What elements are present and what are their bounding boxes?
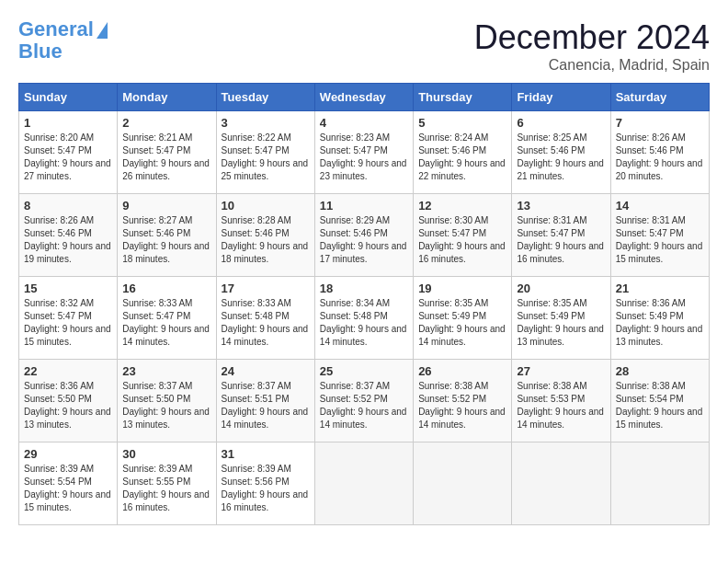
day-number: 15 (24, 282, 112, 295)
day-number: 27 (517, 364, 605, 378)
cell-info: Sunrise: 8:22 AMSunset: 5:47 PMDaylight:… (222, 132, 310, 183)
cell-info: Sunrise: 8:34 AMSunset: 5:48 PMDaylight:… (320, 297, 408, 349)
day-number: 14 (616, 199, 704, 213)
calendar-cell: 3Sunrise: 8:22 AMSunset: 5:47 PMDaylight… (216, 111, 314, 194)
weekday-header-thursday: Thursday (414, 84, 512, 111)
calendar-week-row: 1Sunrise: 8:20 AMSunset: 5:47 PMDaylight… (19, 111, 710, 194)
cell-info: Sunrise: 8:31 AMSunset: 5:47 PMDaylight:… (517, 214, 605, 266)
cell-info: Sunrise: 8:23 AMSunset: 5:47 PMDaylight:… (320, 132, 408, 183)
day-number: 22 (24, 364, 112, 378)
cell-info: Sunrise: 8:26 AMSunset: 5:46 PMDaylight:… (616, 132, 704, 183)
calendar-cell: 2Sunrise: 8:21 AMSunset: 5:47 PMDaylight… (118, 111, 216, 194)
day-number: 19 (418, 282, 506, 295)
cell-info: Sunrise: 8:39 AMSunset: 5:56 PMDaylight:… (222, 463, 310, 514)
calendar-week-row: 29Sunrise: 8:39 AMSunset: 5:54 PMDayligh… (19, 442, 710, 525)
cell-info: Sunrise: 8:39 AMSunset: 5:55 PMDaylight:… (122, 463, 210, 514)
calendar-cell: 26Sunrise: 8:38 AMSunset: 5:52 PMDayligh… (414, 360, 512, 442)
calendar-cell: 13Sunrise: 8:31 AMSunset: 5:47 PMDayligh… (512, 194, 610, 277)
calendar-cell: 4Sunrise: 8:23 AMSunset: 5:47 PMDaylight… (314, 111, 413, 194)
day-number: 21 (616, 282, 704, 295)
calendar-cell: 14Sunrise: 8:31 AMSunset: 5:47 PMDayligh… (610, 194, 709, 277)
calendar-header-row: SundayMondayTuesdayWednesdayThursdayFrid… (19, 84, 710, 111)
calendar-cell: 1Sunrise: 8:20 AMSunset: 5:47 PMDaylight… (19, 111, 118, 194)
day-number: 30 (122, 447, 210, 461)
calendar-cell: 22Sunrise: 8:36 AMSunset: 5:50 PMDayligh… (19, 360, 118, 442)
day-number: 17 (222, 282, 310, 295)
cell-info: Sunrise: 8:28 AMSunset: 5:46 PMDaylight:… (222, 214, 310, 266)
page-header: General Blue December 2024 Canencia, Mad… (18, 18, 710, 74)
cell-info: Sunrise: 8:36 AMSunset: 5:50 PMDaylight:… (24, 380, 112, 431)
calendar-cell: 9Sunrise: 8:27 AMSunset: 5:46 PMDaylight… (118, 194, 216, 277)
day-number: 1 (24, 116, 112, 130)
cell-info: Sunrise: 8:26 AMSunset: 5:46 PMDaylight:… (24, 214, 112, 266)
cell-info: Sunrise: 8:38 AMSunset: 5:53 PMDaylight:… (517, 380, 605, 431)
weekday-header-friday: Friday (512, 84, 610, 111)
day-number: 31 (222, 447, 310, 461)
day-number: 9 (122, 199, 210, 213)
day-number: 25 (320, 364, 408, 378)
day-number: 26 (418, 364, 506, 378)
day-number: 13 (517, 199, 605, 213)
day-number: 6 (517, 116, 605, 130)
day-number: 24 (222, 364, 310, 378)
calendar-cell: 10Sunrise: 8:28 AMSunset: 5:46 PMDayligh… (216, 194, 314, 277)
cell-info: Sunrise: 8:37 AMSunset: 5:50 PMDaylight:… (122, 380, 210, 431)
calendar-cell: 28Sunrise: 8:38 AMSunset: 5:54 PMDayligh… (610, 360, 709, 442)
cell-info: Sunrise: 8:35 AMSunset: 5:49 PMDaylight:… (418, 297, 506, 349)
location: Canencia, Madrid, Spain (474, 57, 710, 74)
day-number: 29 (24, 447, 112, 461)
cell-info: Sunrise: 8:20 AMSunset: 5:47 PMDaylight:… (24, 132, 112, 183)
cell-info: Sunrise: 8:29 AMSunset: 5:46 PMDaylight:… (320, 214, 408, 266)
day-number: 20 (517, 282, 605, 295)
calendar-cell: 30Sunrise: 8:39 AMSunset: 5:55 PMDayligh… (118, 442, 216, 525)
calendar-week-row: 8Sunrise: 8:26 AMSunset: 5:46 PMDaylight… (19, 194, 710, 277)
day-number: 16 (122, 282, 210, 295)
logo: General Blue (18, 18, 108, 63)
calendar-cell (610, 442, 709, 525)
day-number: 2 (122, 116, 210, 130)
logo-blue-text: Blue (18, 40, 108, 63)
weekday-header-wednesday: Wednesday (314, 84, 413, 111)
cell-info: Sunrise: 8:37 AMSunset: 5:51 PMDaylight:… (222, 380, 310, 431)
day-number: 18 (320, 282, 408, 295)
day-number: 23 (122, 364, 210, 378)
calendar-cell: 23Sunrise: 8:37 AMSunset: 5:50 PMDayligh… (118, 360, 216, 442)
cell-info: Sunrise: 8:25 AMSunset: 5:46 PMDaylight:… (517, 132, 605, 183)
day-number: 11 (320, 199, 408, 213)
cell-info: Sunrise: 8:39 AMSunset: 5:54 PMDaylight:… (24, 463, 112, 514)
cell-info: Sunrise: 8:38 AMSunset: 5:54 PMDaylight:… (616, 380, 704, 431)
title-area: December 2024 Canencia, Madrid, Spain (474, 18, 710, 74)
calendar-cell: 12Sunrise: 8:30 AMSunset: 5:47 PMDayligh… (414, 194, 512, 277)
cell-info: Sunrise: 8:36 AMSunset: 5:49 PMDaylight:… (616, 297, 704, 349)
weekday-header-sunday: Sunday (19, 84, 118, 111)
cell-info: Sunrise: 8:37 AMSunset: 5:52 PMDaylight:… (320, 380, 408, 431)
day-number: 5 (418, 116, 506, 130)
day-number: 8 (24, 199, 112, 213)
calendar-cell: 29Sunrise: 8:39 AMSunset: 5:54 PMDayligh… (19, 442, 118, 525)
cell-info: Sunrise: 8:31 AMSunset: 5:47 PMDaylight:… (616, 214, 704, 266)
cell-info: Sunrise: 8:24 AMSunset: 5:46 PMDaylight:… (418, 132, 506, 183)
cell-info: Sunrise: 8:33 AMSunset: 5:48 PMDaylight:… (222, 297, 310, 349)
calendar-cell: 25Sunrise: 8:37 AMSunset: 5:52 PMDayligh… (314, 360, 413, 442)
calendar-cell: 8Sunrise: 8:26 AMSunset: 5:46 PMDaylight… (19, 194, 118, 277)
calendar-cell: 11Sunrise: 8:29 AMSunset: 5:46 PMDayligh… (314, 194, 413, 277)
cell-info: Sunrise: 8:21 AMSunset: 5:47 PMDaylight:… (122, 132, 210, 183)
calendar-cell: 24Sunrise: 8:37 AMSunset: 5:51 PMDayligh… (216, 360, 314, 442)
logo-text: General (18, 18, 94, 40)
cell-info: Sunrise: 8:38 AMSunset: 5:52 PMDaylight:… (418, 380, 506, 431)
calendar-cell: 5Sunrise: 8:24 AMSunset: 5:46 PMDaylight… (414, 111, 512, 194)
cell-info: Sunrise: 8:33 AMSunset: 5:47 PMDaylight:… (122, 297, 210, 349)
calendar-week-row: 15Sunrise: 8:32 AMSunset: 5:47 PMDayligh… (19, 277, 710, 360)
calendar-cell: 16Sunrise: 8:33 AMSunset: 5:47 PMDayligh… (118, 277, 216, 360)
cell-info: Sunrise: 8:27 AMSunset: 5:46 PMDaylight:… (122, 214, 210, 266)
day-number: 4 (320, 116, 408, 130)
calendar-cell: 7Sunrise: 8:26 AMSunset: 5:46 PMDaylight… (610, 111, 709, 194)
calendar-cell (314, 442, 413, 525)
weekday-header-saturday: Saturday (610, 84, 709, 111)
calendar-cell: 27Sunrise: 8:38 AMSunset: 5:53 PMDayligh… (512, 360, 610, 442)
day-number: 28 (616, 364, 704, 378)
cell-info: Sunrise: 8:32 AMSunset: 5:47 PMDaylight:… (24, 297, 112, 349)
day-number: 10 (222, 199, 310, 213)
calendar-cell (512, 442, 610, 525)
day-number: 12 (418, 199, 506, 213)
